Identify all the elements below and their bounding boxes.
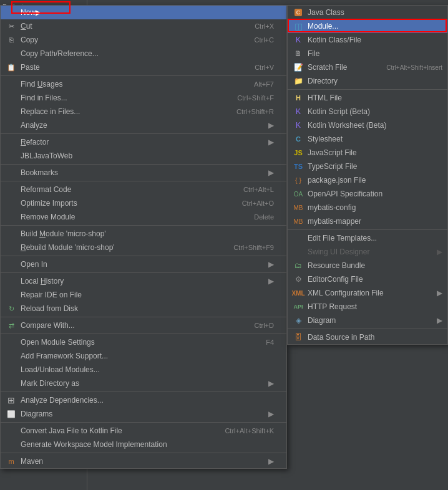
menu-item-replace-files[interactable]: Replace in Files... Ctrl+Shift+R [1, 105, 286, 118]
submenu-item-kotlin-class[interactable]: K Kotlin Class/File [288, 33, 447, 47]
context-menu[interactable]: New ▶ ✂ Cut Ctrl+X ⎘ Copy Ctrl+C Copy Pa… [0, 5, 287, 469]
kotlin-worksheet-icon: K [293, 120, 304, 130]
menu-item-open-in[interactable]: Open In ▶ [1, 257, 286, 271]
compare-shortcut: Ctrl+D [255, 322, 274, 329]
datasource-icon: 🗄 [293, 332, 304, 342]
menu-item-refactor[interactable]: Refactor ▶ [1, 135, 286, 149]
submenu-item-js[interactable]: JS JavaScript File [288, 146, 447, 160]
separator-9 [1, 334, 286, 334]
menu-item-build-module[interactable]: Build Module 'micro-shop' [1, 227, 286, 241]
submenu-item-editorconfig[interactable]: ⚙ EditorConfig File [288, 272, 447, 286]
menu-item-diagrams[interactable]: ⬜ Diagrams ▶ [1, 407, 286, 421]
submenu-item-directory[interactable]: 📁 Directory [288, 74, 447, 88]
menu-item-add-framework[interactable]: Add Framework Support... [1, 349, 286, 363]
menu-item-copy-path[interactable]: Copy Path/Reference... [1, 47, 286, 60]
analyze-arrow: ▶ [268, 121, 274, 130]
submenu-item-scratch[interactable]: 📝 Scratch File Ctrl+Alt+Shift+Insert [288, 60, 447, 74]
submenu-item-openapi[interactable]: OA OpenAPI Specification [288, 187, 447, 201]
menu-item-convert-java[interactable]: Convert Java File to Kotlin File Ctrl+Al… [1, 424, 286, 438]
xml-config-arrow: ▶ [437, 289, 442, 297]
reformat-label: Reformat Code [21, 185, 231, 194]
openapi-icon: OA [293, 189, 304, 199]
find-files-icon [6, 93, 17, 103]
bookmarks-label: Bookmarks [21, 168, 263, 177]
menu-item-jbl[interactable]: JBLJavaToWeb [1, 149, 286, 163]
menu-item-rebuild-module[interactable]: Rebuild Module 'micro-shop' Ctrl+Shift+F… [1, 241, 286, 254]
load-unload-label: Load/Unload Modules... [21, 365, 274, 374]
file-label: File [308, 49, 442, 58]
submenu-item-http[interactable]: API HTTP Request [288, 300, 447, 314]
separator-1 [1, 75, 286, 76]
submenu-item-html[interactable]: H HTML File [288, 91, 447, 105]
submenu-item-mybatis-mapper[interactable]: MB mybatis-mapper [288, 214, 447, 228]
menu-item-optimize[interactable]: Optimize Imports Ctrl+Alt+O [1, 196, 286, 210]
submenu-item-diagram[interactable]: ◈ Diagram ▶ [288, 314, 447, 327]
diagram-icon: ◈ [293, 315, 304, 325]
resource-label: Resource Bundle [308, 261, 442, 270]
reload-icon: ↻ [6, 304, 17, 314]
menu-item-copy[interactable]: ⎘ Copy Ctrl+C [1, 33, 286, 47]
submenu-item-kotlin-worksheet[interactable]: K Kotlin Worksheet (Beta) [288, 118, 447, 132]
submenu-item-mybatis-config[interactable]: MB mybatis-config [288, 201, 447, 214]
menu-item-analyze-deps[interactable]: ⊞ Analyze Dependencies... [1, 393, 286, 407]
menu-item-bookmarks[interactable]: Bookmarks ▶ [1, 166, 286, 180]
submenu-item-java-class[interactable]: C Java Class [288, 6, 447, 19]
find-usages-icon [6, 79, 17, 89]
build-label: Build Module 'micro-shop' [21, 229, 274, 238]
menu-item-remove-module[interactable]: Remove Module Delete [1, 210, 286, 224]
new-icon [6, 7, 17, 17]
submenu-item-resource[interactable]: 🗂 Resource Bundle [288, 259, 447, 272]
mark-directory-label: Mark Directory as [21, 379, 263, 388]
analyze-deps-icon: ⊞ [6, 395, 17, 405]
menu-item-load-unload[interactable]: Load/Unload Modules... [1, 363, 286, 377]
separator-11 [1, 422, 286, 423]
maven-icon: m [6, 456, 17, 466]
submenu-item-package-json[interactable]: { } package.json File [288, 173, 447, 187]
menu-item-paste[interactable]: 📋 Paste Ctrl+V [1, 60, 286, 74]
menu-item-maven[interactable]: m Maven ▶ [1, 454, 286, 468]
menu-item-compare[interactable]: ⇄ Compare With... Ctrl+D [1, 319, 286, 332]
submenu-item-swing-ui[interactable]: Swing UI Designer ▶ [288, 245, 447, 259]
sub-separator-2 [288, 229, 447, 230]
menu-item-open-settings[interactable]: Open Module Settings F4 [1, 335, 286, 349]
submenu-item-module[interactable]: ◫ Module... [288, 19, 447, 33]
menu-item-generate-workspace[interactable]: Generate Workspace Model Implementation [1, 438, 286, 451]
refactor-icon [6, 137, 17, 147]
submenu-item-file[interactable]: 🗎 File [288, 47, 447, 60]
submenu-item-xml-config[interactable]: XML XML Configuration File ▶ [288, 286, 447, 300]
replace-shortcut: Ctrl+Shift+R [236, 108, 274, 115]
separator-10 [1, 392, 286, 392]
submenu-item-ts[interactable]: TS TypeScript File [288, 160, 447, 173]
separator-8 [1, 317, 286, 317]
local-history-arrow: ▶ [268, 277, 274, 286]
kotlin-class-label: Kotlin Class/File [308, 36, 442, 44]
http-icon: API [293, 302, 304, 312]
diagram-label: Diagram [308, 316, 434, 325]
menu-item-reformat[interactable]: Reformat Code Ctrl+Alt+L [1, 183, 286, 196]
menu-item-cut[interactable]: ✂ Cut Ctrl+X [1, 19, 286, 33]
local-history-label: Local History [21, 277, 263, 286]
menu-item-mark-directory[interactable]: Mark Directory as ▶ [1, 377, 286, 390]
submenu-item-datasource[interactable]: 🗄 Data Source in Path [288, 330, 447, 344]
menu-item-local-history[interactable]: Local History ▶ [1, 274, 286, 288]
convert-shortcut: Ctrl+Alt+Shift+K [225, 427, 274, 435]
menu-item-find-files[interactable]: Find in Files... Ctrl+Shift+F [1, 91, 286, 105]
find-usages-shortcut: Alt+F7 [254, 80, 274, 88]
kotlin-class-icon: K [293, 35, 304, 45]
copy-icon: ⎘ [6, 35, 17, 45]
menu-item-find-usages[interactable]: Find Usages Alt+F7 [1, 77, 286, 91]
menu-item-analyze[interactable]: Analyze ▶ [1, 118, 286, 132]
submenu-item-stylesheet[interactable]: C Stylesheet [288, 132, 447, 146]
new-submenu[interactable]: C Java Class ◫ Module... K Kotlin Class/… [287, 5, 448, 345]
menu-item-reload[interactable]: ↻ Reload from Disk [1, 302, 286, 315]
submenu-item-kotlin-script[interactable]: K Kotlin Script (Beta) [288, 105, 447, 118]
html-label: HTML File [308, 94, 442, 102]
settings-shortcut: F4 [266, 339, 274, 346]
menu-header-new[interactable]: New ▶ [1, 6, 286, 19]
submenu-item-edit-templates[interactable]: Edit File Templates... [288, 231, 447, 245]
http-label: HTTP Request [308, 302, 442, 311]
menu-item-repair-ide[interactable]: Repair IDE on File [1, 288, 286, 302]
paste-label: Paste [21, 63, 242, 72]
find-files-label: Find in Files... [21, 94, 225, 102]
separator-5 [1, 225, 286, 226]
